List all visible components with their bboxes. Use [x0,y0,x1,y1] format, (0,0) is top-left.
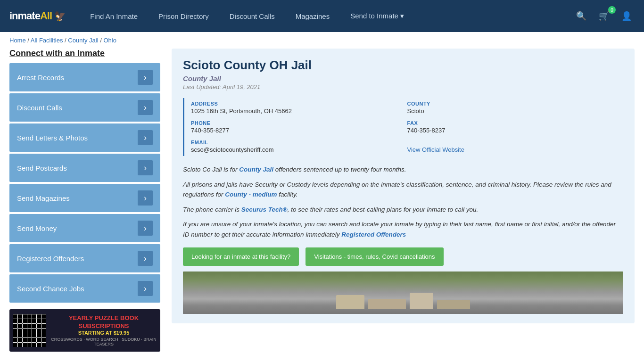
email-label: EMAIL [191,140,404,145]
county-label: COUNTY [407,101,620,107]
main-content: Scioto County OH Jail County Jail Last U… [172,49,635,323]
desc-para-1: Scioto Co Jail is for County Jail offend… [183,165,623,175]
search-button[interactable]: 🔍 [573,9,589,23]
sidebar-item-send-postcards[interactable]: Send Postcards › [9,154,160,182]
chevron-right-icon: › [138,160,153,175]
sidebar: Connect with an Inmate Arrest Records › … [9,49,160,352]
chevron-right-icon: › [138,130,153,145]
navbar: inmateAll 🦅 Find An Inmate Prison Direct… [0,0,644,32]
logo-icon: 🦅 [54,11,66,21]
county-cell: COUNTY Scioto [407,98,624,117]
info-grid: ADDRESS 1025 16th St, Portsmouth, OH 456… [183,98,623,156]
email-value: scso@sciotocountysheriff.com [191,146,404,153]
phone-cell: PHONE 740-355-8277 [191,117,407,137]
sidebar-title: Connect with an Inmate [9,49,160,58]
sidebar-item-label: Send Letters & Photos [17,134,88,142]
fax-cell: FAX 740-355-8237 [407,117,624,137]
desc-para-2: All prisons and jails have Security or C… [183,180,623,200]
county-jail-link-1[interactable]: County Jail [239,166,273,173]
sidebar-item-second-chance-jobs[interactable]: Second Chance Jobs › [9,274,160,303]
sidebar-item-send-letters[interactable]: Send Letters & Photos › [9,123,160,152]
chevron-right-icon: › [138,221,153,236]
official-website-link[interactable]: View Official Website [407,146,464,153]
chevron-right-icon: › [138,251,153,266]
find-inmate-button[interactable]: Looking for an inmate at this facility? [183,247,299,266]
ad-title: YEARLY PUZZLE BOOK [51,314,157,322]
ad-banner[interactable]: YEARLY PUZZLE BOOK SUBSCRIPTIONS STARTIN… [9,309,160,352]
sidebar-item-label: Registered Offenders [17,255,84,263]
sidebar-menu: Arrest Records › Discount Calls › Send L… [9,63,160,303]
chevron-right-icon: › [138,190,153,206]
desc-para-4: If you are unsure of your inmate's locat… [183,219,623,239]
action-buttons: Looking for an inmate at this facility? … [183,247,623,266]
breadcrumb-county-jail[interactable]: County Jail [68,37,98,44]
puzzle-grid-icon [13,314,46,347]
sidebar-item-label: Discount Calls [17,104,62,112]
main-container: Connect with an Inmate Arrest Records › … [0,49,644,361]
breadcrumb-home[interactable]: Home [9,37,26,44]
sidebar-item-send-magazines[interactable]: Send Magazines › [9,184,160,212]
chevron-right-icon: › [138,281,153,296]
nav-discount-calls[interactable]: Discount Calls [219,0,285,32]
facility-subtitle: County Jail [183,74,623,82]
website-cell: View Official Website [407,137,624,156]
cart-icon: 🛒 [599,11,609,21]
securus-link[interactable]: Securus Tech® [241,206,288,213]
logo-all: All [40,10,52,22]
nav-send-to-inmate[interactable]: Send to Inmate ▾ [340,0,414,32]
fax-label: FAX [407,120,620,126]
nav-right: 🔍 🛒 0 👤 [573,9,635,23]
email-cell: EMAIL scso@sciotocountysheriff.com [191,137,407,156]
ad-subtitle2: SUBSCRIPTIONS [51,322,157,330]
phone-label: PHONE [191,120,404,126]
nav-magazines[interactable]: Magazines [285,0,340,32]
phone-value: 740-355-8277 [191,127,404,134]
search-icon: 🔍 [576,11,586,21]
sidebar-item-label: Arrest Records [17,74,64,82]
user-icon: 👤 [621,11,632,21]
visitation-button[interactable]: Visitations - times, rules, Covid cancel… [305,247,443,266]
breadcrumb-ohio[interactable]: Ohio [103,37,116,44]
breadcrumb-all-facilities[interactable]: All Facilities [31,37,63,44]
nav-links: Find An Inmate Prison Directory Discount… [80,0,573,32]
cart-button[interactable]: 🛒 0 [596,9,612,23]
sidebar-item-label: Second Chance Jobs [17,285,84,293]
website-spacer [407,140,620,145]
sidebar-item-send-money[interactable]: Send Money › [9,214,160,242]
sidebar-item-registered-offenders[interactable]: Registered Offenders › [9,244,160,272]
cart-badge-count: 0 [608,6,616,14]
user-button[interactable]: 👤 [619,9,635,23]
aerial-image [183,272,623,314]
ad-price: STARTING AT $19.95 [51,330,157,336]
facility-title: Scioto County OH Jail [183,58,623,73]
site-logo[interactable]: inmateAll 🦅 [9,10,66,22]
address-label: ADDRESS [191,101,404,107]
county-medium-link[interactable]: County - medium [225,191,277,198]
chevron-right-icon: › [138,70,153,85]
sidebar-item-label: Send Magazines [17,194,70,202]
sidebar-item-arrest-records[interactable]: Arrest Records › [9,63,160,91]
registered-offenders-link[interactable]: Registered Offenders [341,231,406,238]
website-link-container: View Official Website [407,146,620,153]
ad-desc: CROSSWORDS · WORD SEARCH · SUDOKU · BRAI… [51,337,157,346]
breadcrumb: Home / All Facilities / County Jail / Oh… [0,32,644,49]
nav-prison-directory[interactable]: Prison Directory [148,0,219,32]
chevron-right-icon: › [138,100,153,115]
sidebar-item-label: Send Money [17,224,57,232]
nav-find-inmate[interactable]: Find An Inmate [80,0,148,32]
facility-updated: Last Updated: April 19, 2021 [183,83,623,90]
ad-text-block: YEARLY PUZZLE BOOK SUBSCRIPTIONS STARTIN… [51,314,157,347]
sidebar-item-discount-calls[interactable]: Discount Calls › [9,93,160,122]
sidebar-item-label: Send Postcards [17,164,67,172]
address-value: 1025 16th St, Portsmouth, OH 45662 [191,107,404,115]
desc-para-3: The phone carrier is Securus Tech®, to s… [183,205,623,215]
address-cell: ADDRESS 1025 16th St, Portsmouth, OH 456… [191,98,407,117]
logo-text: inmateAll 🦅 [9,10,66,22]
fax-value: 740-355-8237 [407,127,620,134]
county-value: Scioto [407,107,620,115]
logo-inmate: inmate [9,10,40,22]
